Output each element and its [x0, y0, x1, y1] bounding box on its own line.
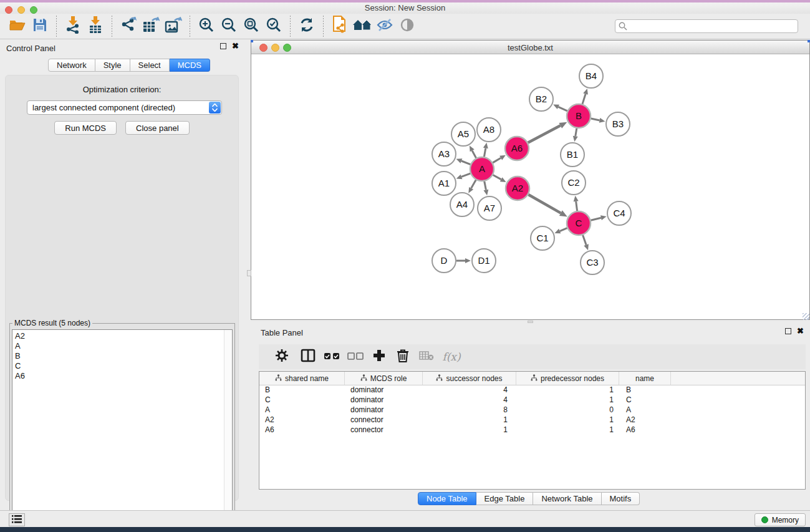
- tab-mcds[interactable]: MCDS: [170, 59, 210, 72]
- zoom-selected-button[interactable]: [263, 16, 285, 37]
- mcds-result-item[interactable]: B: [15, 351, 232, 361]
- graph-edge-B-B4[interactable]: [582, 94, 586, 104]
- houses-button[interactable]: [351, 16, 374, 37]
- export-network-button[interactable]: [117, 16, 140, 37]
- run-mcds-button[interactable]: Run MCDS: [54, 121, 117, 135]
- export-table-button[interactable]: [140, 16, 162, 37]
- table-cell[interactable]: B: [259, 385, 345, 395]
- graph-edge-B-B1[interactable]: [576, 128, 577, 137]
- table-row[interactable]: Adominator80A: [259, 405, 805, 415]
- result-scrollbar[interactable]: [224, 330, 232, 528]
- table-cell[interactable]: A: [259, 405, 345, 415]
- table-cell[interactable]: connector: [345, 415, 423, 425]
- column-header-successor-nodes[interactable]: successor nodes: [423, 372, 516, 385]
- duplicate-network-button[interactable]: [329, 16, 351, 37]
- horizontal-splitter-handle[interactable]: [528, 321, 533, 323]
- table-cell[interactable]: C: [619, 395, 671, 405]
- close-panel-icon[interactable]: ✖: [232, 43, 239, 49]
- tab-style[interactable]: Style: [95, 59, 130, 72]
- graph-edge-A-A1[interactable]: [461, 173, 470, 177]
- open-session-button[interactable]: [6, 16, 29, 37]
- table-cell[interactable]: dominator: [345, 405, 423, 415]
- table-cell[interactable]: A: [619, 405, 671, 415]
- window-resize-corner[interactable]: [808, 40, 810, 42]
- mcds-result-item[interactable]: C: [15, 361, 232, 371]
- table-cell[interactable]: 1: [516, 395, 619, 405]
- import-table-button[interactable]: [84, 16, 107, 37]
- table-row[interactable]: A2connector11A2: [259, 415, 805, 425]
- close-table-panel-icon[interactable]: ✖: [797, 328, 804, 334]
- table-cell[interactable]: C: [259, 395, 345, 405]
- tab-network-table[interactable]: Network Table: [533, 492, 601, 505]
- graph-edge-A-A7[interactable]: [485, 181, 486, 190]
- window-resize-corner[interactable]: [251, 40, 253, 42]
- table-cell[interactable]: dominator: [345, 395, 423, 405]
- table-cell[interactable]: 0: [516, 405, 619, 415]
- mcds-result-item[interactable]: A6: [15, 371, 232, 381]
- table-row[interactable]: A6connector11A6: [259, 425, 805, 435]
- tab-motifs[interactable]: Motifs: [602, 492, 640, 505]
- graph-edge-A-A5[interactable]: [472, 150, 476, 158]
- search-input[interactable]: [615, 19, 798, 33]
- select-all-columns-button[interactable]: [320, 347, 344, 366]
- table-cell[interactable]: A2: [259, 415, 345, 425]
- table-cell[interactable]: 1: [516, 425, 619, 435]
- graph-edge-A2-C[interactable]: [528, 195, 561, 213]
- network-canvas[interactable]: AA1A2A3A4A5A6A7A8BB1B2B3B4CC1C2C3C4DD1: [251, 55, 809, 319]
- create-column-button[interactable]: [367, 347, 391, 366]
- mcds-result-item[interactable]: A: [15, 341, 232, 351]
- table-cell[interactable]: 4: [423, 385, 516, 395]
- table-cell[interactable]: 1: [423, 425, 516, 435]
- zoom-fit-button[interactable]: [240, 16, 263, 37]
- table-cell[interactable]: 1: [516, 415, 619, 425]
- delete-column-button[interactable]: [391, 347, 415, 366]
- table-row[interactable]: Cdominator41C: [259, 395, 805, 405]
- graph-edge-B-B3[interactable]: [591, 118, 600, 120]
- graph-edge-A-A3[interactable]: [461, 161, 470, 165]
- show-hidden-button[interactable]: [396, 16, 418, 37]
- table-cell[interactable]: A2: [619, 415, 671, 425]
- graph-edge-B-B2[interactable]: [558, 107, 567, 110]
- table-row[interactable]: Bdominator41B: [259, 385, 805, 395]
- table-cell[interactable]: 1: [516, 385, 619, 395]
- save-session-button[interactable]: [29, 16, 51, 37]
- graph-edge-A-A4[interactable]: [471, 180, 476, 188]
- show-column-button[interactable]: [296, 347, 320, 366]
- graph-edge-C-C3[interactable]: [583, 235, 587, 245]
- zoom-in-button[interactable]: [195, 16, 218, 37]
- memory-button[interactable]: Memory: [755, 513, 806, 526]
- graph-edge-C-C2[interactable]: [576, 201, 577, 211]
- apply-layout-button[interactable]: [296, 16, 318, 37]
- tab-network[interactable]: Network: [48, 59, 95, 72]
- column-header-predecessor-nodes[interactable]: predecessor nodes: [516, 372, 619, 385]
- column-header-name[interactable]: name: [619, 372, 671, 385]
- deselect-all-columns-button[interactable]: [344, 347, 367, 366]
- export-image-button[interactable]: [162, 16, 185, 37]
- tab-select[interactable]: Select: [130, 59, 170, 72]
- mcds-result-item[interactable]: A2: [15, 331, 232, 341]
- criterion-select[interactable]: largest connected component (directed): [27, 100, 222, 115]
- graph-edge-A6-B[interactable]: [528, 125, 561, 142]
- table-cell[interactable]: 8: [423, 405, 516, 415]
- float-panel-icon[interactable]: [220, 43, 226, 49]
- window-resize-grip[interactable]: [803, 313, 809, 320]
- mcds-result-list[interactable]: A2ABCA6: [12, 329, 233, 528]
- table-cell[interactable]: 1: [423, 415, 516, 425]
- task-history-button[interactable]: [9, 513, 25, 526]
- import-network-button[interactable]: [62, 16, 84, 37]
- network-window-titlebar[interactable]: testGlobe.txt: [251, 41, 809, 54]
- table-cell[interactable]: A6: [619, 425, 671, 435]
- graph-edge-A-A2[interactable]: [493, 175, 501, 180]
- table-settings-button[interactable]: [270, 347, 294, 366]
- graph-edge-C-C1[interactable]: [560, 228, 567, 231]
- graph-edge-A-A6[interactable]: [493, 158, 501, 163]
- column-header-shared-name[interactable]: shared name: [259, 372, 345, 385]
- table-cell[interactable]: connector: [345, 425, 423, 435]
- hide-selected-button[interactable]: [374, 16, 396, 37]
- graph-edge-C-C4[interactable]: [591, 218, 600, 220]
- vertical-splitter-handle[interactable]: [247, 270, 251, 276]
- table-cell[interactable]: 4: [423, 395, 516, 405]
- titlebar[interactable]: Session: New Session: [0, 2, 810, 14]
- table-cell[interactable]: A6: [259, 425, 345, 435]
- table-cell[interactable]: dominator: [345, 385, 423, 395]
